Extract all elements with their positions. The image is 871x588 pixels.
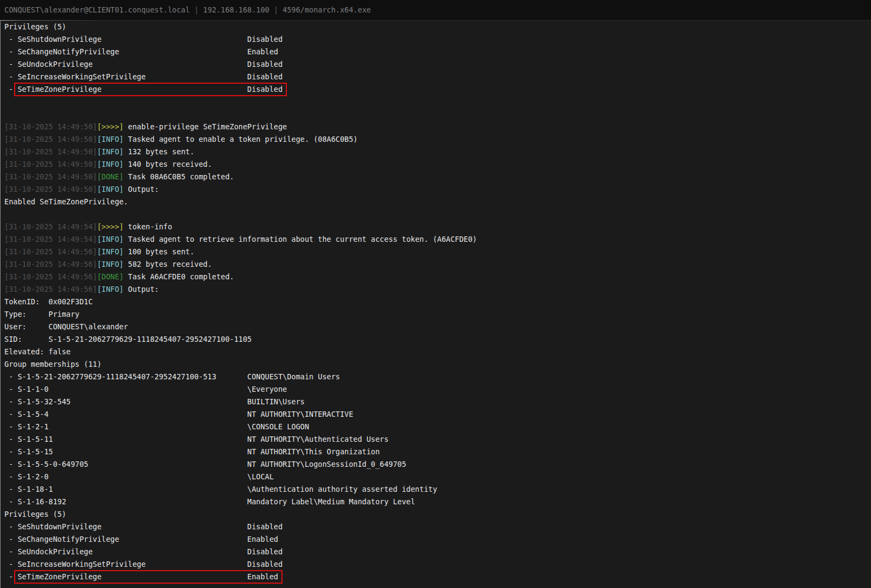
log-timestamp: [31-10-2025 14:49:56] <box>4 260 97 268</box>
terminal-line: [31-10-2025 14:49:54][INFO] Tasked agent… <box>4 233 871 246</box>
log-text: 100 bytes sent. <box>123 247 194 256</box>
terminal-line: [31-10-2025 14:49:50][INFO] 140 bytes re… <box>4 158 871 171</box>
log-tag-info: [INFO] <box>97 147 124 156</box>
highlight-box: SeTimeZonePrivilege Disabled <box>14 83 287 96</box>
terminal-line <box>4 96 871 108</box>
session-process: 4596/monarch.x64.exe <box>283 5 371 14</box>
log-tag-done: [DONE] <box>97 172 124 181</box>
terminal-line: - S-1-5-5-0-649705 NT AUTHORITY\LogonSes… <box>4 458 871 471</box>
terminal-line: [31-10-2025 14:49:56][INFO] 100 bytes se… <box>4 246 871 258</box>
log-timestamp: [31-10-2025 14:49:50] <box>4 135 97 143</box>
terminal-line: - S-1-2-0 \LOCAL <box>4 471 871 483</box>
log-tag-info: [INFO] <box>97 235 124 243</box>
terminal-line: - S-1-2-1 \CONSOLE LOGON <box>4 421 871 433</box>
log-text: 582 bytes received. <box>123 260 212 268</box>
terminal-line <box>4 108 871 121</box>
terminal-line: [31-10-2025 14:49:50][>>>>] enable-privi… <box>4 121 871 133</box>
log-tag-command: [>>>>] <box>97 122 124 131</box>
terminal-line: [31-10-2025 14:49:50][DONE] Task 08A6C0B… <box>4 171 871 183</box>
log-text: Output: <box>123 285 159 293</box>
log-tag-info: [INFO] <box>97 135 124 143</box>
terminal-line: - S-1-5-15 NT AUTHORITY\This Organizatio… <box>4 446 871 458</box>
terminal-line: - S-1-1-0 \Everyone <box>4 383 871 396</box>
log-timestamp: [31-10-2025 14:49:56] <box>4 272 97 281</box>
log-timestamp: [31-10-2025 14:49:54] <box>4 235 97 243</box>
log-text: Task 08A6C0B5 completed. <box>123 172 234 181</box>
log-text: Output: <box>123 185 159 193</box>
log-timestamp: [31-10-2025 14:49:56] <box>4 247 97 256</box>
log-timestamp: [31-10-2025 14:49:56] <box>4 285 97 293</box>
log-timestamp: [31-10-2025 14:49:50] <box>4 122 97 131</box>
log-timestamp: [31-10-2025 14:49:54] <box>4 222 97 231</box>
terminal-line: [31-10-2025 14:49:56][INFO] Output: <box>4 283 871 296</box>
terminal-line: - S-1-16-8192 Mandatory Label\Medium Man… <box>4 496 871 508</box>
terminal-line: - SeTimeZonePrivilege Disabled <box>4 83 871 96</box>
session-identity: CONQUEST\alexander@CLIENT01.conquest.loc… <box>4 5 190 14</box>
terminal-line: - SeUndockPrivilege Disabled <box>4 546 871 558</box>
session-header: CONQUEST\alexander@CLIENT01.conquest.loc… <box>0 0 871 20</box>
terminal-line: - SeShutdownPrivilege Disabled <box>4 33 871 46</box>
terminal-output[interactable]: Privileges (5) - SeShutdownPrivilege Dis… <box>0 20 871 588</box>
terminal-line: User: CONQUEST\alexander <box>4 321 871 333</box>
log-text: 132 bytes sent. <box>123 147 194 156</box>
terminal-line: Elevated: false <box>4 346 871 358</box>
log-text: Tasked agent to enable a token privilege… <box>123 135 358 143</box>
terminal-line: [31-10-2025 14:49:50][INFO] Tasked agent… <box>4 133 871 146</box>
terminal-line: - SeChangeNotifyPrivilege Enabled <box>4 46 871 58</box>
log-tag-done: [DONE] <box>97 272 124 281</box>
terminal-line: - S-1-5-32-545 BUILTIN\Users <box>4 396 871 408</box>
log-text: token-info <box>123 222 172 231</box>
log-timestamp: [31-10-2025 14:49:50] <box>4 147 97 156</box>
terminal-line: Enabled SeTimeZonePrivilege. <box>4 196 871 208</box>
log-timestamp: [31-10-2025 14:49:50] <box>4 172 97 181</box>
highlight-box: SeTimeZonePrivilege Enabled <box>14 570 283 584</box>
header-separator: | <box>270 5 283 14</box>
log-tag-info: [INFO] <box>97 160 124 168</box>
log-timestamp: [31-10-2025 14:49:50] <box>4 185 97 193</box>
terminal-line: - S-1-5-4 NT AUTHORITY\INTERACTIVE <box>4 408 871 421</box>
terminal-line: - S-1-5-21-2062779629-1118245407-2952427… <box>4 371 871 383</box>
header-separator: | <box>190 5 203 14</box>
terminal-line: - S-1-18-1 \Authentication authority ass… <box>4 483 871 496</box>
log-tag-command: [>>>>] <box>97 222 124 231</box>
terminal-line: Privileges (5) <box>4 21 871 33</box>
log-tag-info: [INFO] <box>97 285 124 293</box>
terminal-line: TokenID: 0x002F3D1C <box>4 296 871 308</box>
session-ip: 192.168.168.100 <box>203 5 270 14</box>
terminal-line: Privileges (5) <box>4 508 871 521</box>
terminal-line <box>4 208 871 221</box>
terminal-line: - SeIncreaseWorkingSetPrivilege Disabled <box>4 558 871 571</box>
log-timestamp: [31-10-2025 14:49:50] <box>4 160 97 168</box>
terminal-line: [31-10-2025 14:49:56][DONE] Task A6ACFDE… <box>4 271 871 283</box>
terminal-line: - SeShutdownPrivilege Disabled <box>4 521 871 533</box>
terminal-line: - SeTimeZonePrivilege Enabled <box>4 571 871 583</box>
terminal-line: [31-10-2025 14:49:50][INFO] 132 bytes se… <box>4 146 871 158</box>
terminal-line: Group memberships (11) <box>4 358 871 371</box>
terminal-line: - S-1-5-11 NT AUTHORITY\Authenticated Us… <box>4 433 871 446</box>
log-text: enable-privilege SeTimeZonePrivilege <box>123 122 287 131</box>
log-tag-info: [INFO] <box>97 185 124 193</box>
terminal-line: - SeUndockPrivilege Disabled <box>4 58 871 71</box>
terminal-line: [31-10-2025 14:49:50][INFO] Output: <box>4 183 871 196</box>
log-text: 140 bytes received. <box>123 160 212 168</box>
terminal-line: [31-10-2025 14:49:54][>>>>] token-info <box>4 221 871 233</box>
log-text: Tasked agent to retrieve information abo… <box>123 235 477 243</box>
log-tag-info: [INFO] <box>97 247 124 256</box>
terminal-line: SID: S-1-5-21-2062779629-1118245407-2952… <box>4 333 871 346</box>
terminal-line: [31-10-2025 14:49:56][INFO] 582 bytes re… <box>4 258 871 271</box>
terminal-line: - SeChangeNotifyPrivilege Enabled <box>4 533 871 546</box>
terminal-line: Type: Primary <box>4 308 871 321</box>
terminal-lines: Privileges (5) - SeShutdownPrivilege Dis… <box>4 21 871 583</box>
terminal-line: - SeIncreaseWorkingSetPrivilege Disabled <box>4 71 871 83</box>
log-text: Task A6ACFDE0 completed. <box>123 272 234 281</box>
log-tag-info: [INFO] <box>97 260 124 268</box>
